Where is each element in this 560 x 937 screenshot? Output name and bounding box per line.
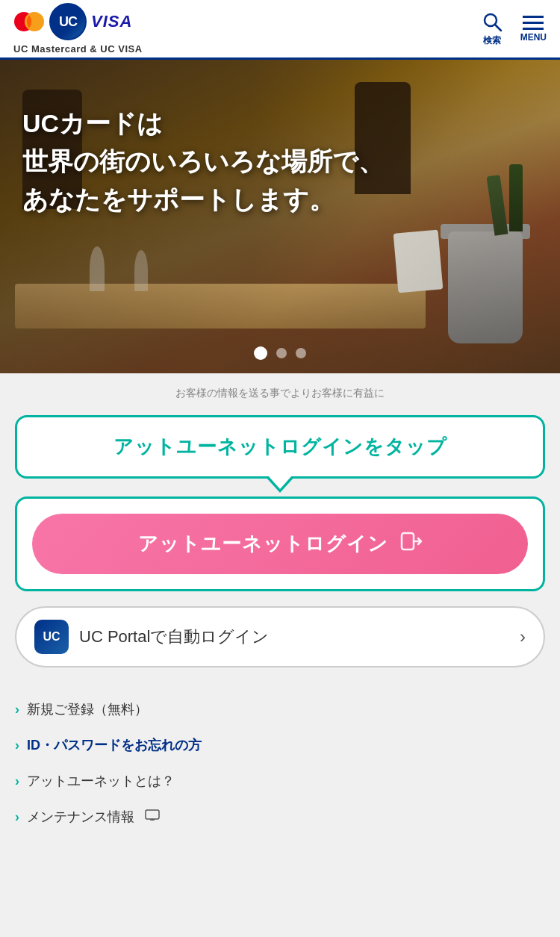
link-label-2: ID・パスワードをお忘れの方	[27, 736, 202, 754]
portal-btn-text: UC Portalで自動ログイン	[79, 626, 269, 648]
link-forgot-id[interactable]: › ID・パスワードをお忘れの方	[15, 727, 545, 763]
uc-portal-button[interactable]: UC UC Portalで自動ログイン ›	[15, 606, 545, 667]
hamburger-icon	[523, 16, 544, 30]
carousel-dots	[254, 348, 306, 360]
login-container: アットユーネットログイン	[15, 496, 545, 591]
monitor-icon	[145, 809, 160, 824]
mastercard-icon	[13, 11, 45, 32]
chevron-icon-2: ›	[15, 738, 19, 753]
hero-line1: UCカードは	[22, 105, 384, 143]
link-label-1: 新規ご登録（無料）	[27, 700, 148, 718]
uc-portal-icon: UC	[34, 620, 69, 654]
search-button[interactable]: 検索	[482, 11, 503, 47]
links-list: › 新規ご登録（無料） › ID・パスワードをお忘れの方 › アットユーネットと…	[15, 685, 545, 841]
site-logo: UC VISA UC Mastercard & UC VISA	[13, 3, 143, 55]
svg-line-3	[495, 25, 501, 31]
hero-section: UCカードは 世界の街のいろいろな場所で、 あなたをサポートします。	[0, 60, 560, 373]
link-label-4: メンテナンス情報	[27, 808, 134, 826]
tooltip-text: アットユーネットログインをタップ	[113, 435, 447, 458]
login-tooltip: アットユーネットログインをタップ	[15, 415, 545, 479]
teaser-text: お客様の情報を送る事でよりお客様に有益に	[15, 373, 545, 408]
carousel-dot-1[interactable]	[254, 346, 267, 360]
svg-rect-5	[146, 810, 159, 819]
chevron-icon-3: ›	[15, 773, 19, 789]
main-content: お客様の情報を送る事でよりお客様に有益に アットユーネットログインをタップ アッ…	[0, 373, 560, 871]
site-header: UC VISA UC Mastercard & UC VISA 検索 MENU	[0, 0, 560, 60]
link-maintenance[interactable]: › メンテナンス情報	[15, 799, 545, 835]
carousel-dot-2[interactable]	[276, 348, 287, 358]
portal-btn-left: UC UC Portalで自動ログイン	[34, 620, 269, 654]
search-icon	[482, 11, 503, 32]
hero-line3: あなたをサポートします。	[22, 181, 384, 219]
hero-line2: 世界の街のいろいろな場所で、	[22, 143, 384, 181]
login-button-icon	[400, 530, 423, 558]
logo-subtitle: UC Mastercard & UC VISA	[13, 43, 143, 55]
atunet-login-button[interactable]: アットユーネットログイン	[32, 514, 528, 574]
link-register[interactable]: › 新規ご登録（無料）	[15, 691, 545, 727]
menu-label: MENU	[520, 32, 547, 43]
visa-logo: VISA	[91, 12, 132, 31]
uc-logo: UC	[49, 3, 87, 40]
hero-text-block: UCカードは 世界の街のいろいろな場所で、 あなたをサポートします。	[22, 105, 384, 219]
chevron-icon-1: ›	[15, 702, 19, 717]
link-label-3: アットユーネットとは？	[27, 772, 175, 790]
carousel-dot-3[interactable]	[296, 348, 306, 358]
chevron-icon-4: ›	[15, 809, 19, 825]
link-about-atunet[interactable]: › アットユーネットとは？	[15, 763, 545, 799]
svg-rect-4	[402, 533, 414, 550]
search-label: 検索	[483, 34, 501, 47]
login-button-label: アットユーネットログイン	[138, 531, 388, 557]
menu-button[interactable]: MENU	[520, 16, 547, 43]
header-navigation: 検索 MENU	[482, 11, 547, 47]
portal-btn-arrow-icon: ›	[520, 626, 526, 647]
